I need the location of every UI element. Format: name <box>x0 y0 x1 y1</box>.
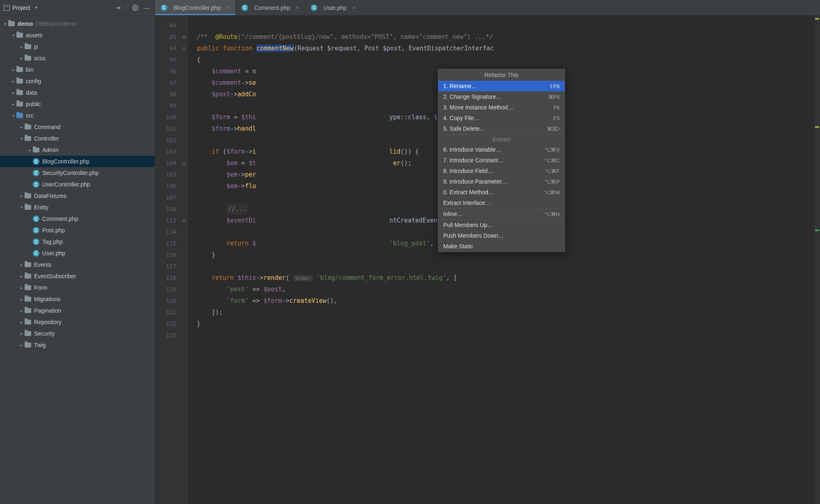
popup-item[interactable]: Push Members Down… <box>438 230 565 241</box>
chevron-right-icon[interactable]: ▸ <box>19 308 25 313</box>
fold-marker[interactable] <box>180 123 187 134</box>
collapse-icon[interactable]: ⇥ <box>113 3 122 12</box>
fold-marker[interactable] <box>180 238 187 249</box>
tree-row[interactable]: ▸Twig <box>0 339 155 351</box>
editor-tab[interactable]: CComment.php× <box>236 0 305 15</box>
chevron-down-icon[interactable]: ▾ <box>11 33 16 38</box>
chevron-right-icon[interactable]: ▸ <box>19 56 25 61</box>
tree-row[interactable]: ▸Admin <box>0 144 155 156</box>
close-icon[interactable]: × <box>352 5 355 11</box>
fold-marker[interactable] <box>180 261 187 272</box>
fold-marker[interactable] <box>180 111 187 123</box>
chevron-right-icon[interactable]: ▸ <box>11 90 16 95</box>
fold-marker[interactable] <box>180 318 187 329</box>
fold-marker[interactable] <box>180 169 187 180</box>
fold-marker[interactable] <box>180 249 187 261</box>
tree-row[interactable]: ▸Events <box>0 259 155 270</box>
popup-item[interactable]: Extract Interface… <box>438 198 565 208</box>
stripe-marker[interactable] <box>815 18 819 20</box>
chevron-right-icon[interactable]: ▸ <box>19 297 25 302</box>
chevron-right-icon[interactable]: ▸ <box>19 274 25 279</box>
stripe-marker[interactable] <box>815 126 819 128</box>
chevron-down-icon[interactable]: ▾ <box>19 205 25 210</box>
tree-row[interactable]: ▸CComment.php <box>0 213 155 225</box>
tree-row[interactable]: ▸Form <box>0 282 155 293</box>
fold-marker[interactable] <box>180 306 187 318</box>
chevron-down-icon[interactable]: ▾ <box>19 136 25 141</box>
tree-row[interactable]: ▸Security <box>0 328 155 339</box>
tree-row[interactable]: ▾src <box>0 110 155 121</box>
fold-marker[interactable] <box>180 272 187 284</box>
chevron-right-icon[interactable]: ▸ <box>11 67 16 73</box>
popup-item[interactable]: 9. Introduce Parameter…⌥⌘P <box>438 176 565 187</box>
popup-item[interactable]: Make Static <box>438 241 565 252</box>
popup-item[interactable]: 4. Copy File…F5 <box>438 113 565 123</box>
popup-item[interactable]: 8. Introduce Field…⌥⌘F <box>438 166 565 176</box>
chevron-right-icon[interactable]: ▸ <box>19 193 25 199</box>
hide-icon[interactable]: — <box>142 3 151 12</box>
tree-row[interactable]: ▸CUserController.php <box>0 179 155 190</box>
tree-row[interactable]: ▾assets <box>0 30 155 41</box>
tree-row[interactable]: ▸EventSubscriber <box>0 270 155 282</box>
popup-item[interactable]: 3. Move Instance Method…F6 <box>438 102 565 113</box>
fold-marker[interactable] <box>180 192 187 203</box>
gear-icon[interactable] <box>131 3 140 12</box>
popup-item[interactable]: 1. Rename…⇧F6 <box>438 81 565 91</box>
tree-row[interactable]: ▸bin <box>0 64 155 75</box>
tree-row[interactable]: ▸CSecurityController.php <box>0 167 155 179</box>
chevron-right-icon[interactable]: ▸ <box>19 44 25 50</box>
chevron-down-icon[interactable]: ▾ <box>11 113 16 118</box>
tree-row[interactable]: ▸Command <box>0 121 155 133</box>
chevron-right-icon[interactable]: ▸ <box>19 262 25 268</box>
chevron-right-icon[interactable]: ▸ <box>11 79 16 84</box>
fold-marker[interactable] <box>180 295 187 306</box>
popup-item[interactable]: 6. Introduce Variable…⌥⌘V <box>438 144 565 155</box>
chevron-right-icon[interactable]: ▸ <box>27 148 33 153</box>
tree-row[interactable]: ▸data <box>0 87 155 98</box>
fold-marker[interactable]: ⊞ <box>180 215 187 226</box>
editor-tab[interactable]: CUser.php× <box>305 0 362 15</box>
tree-row[interactable]: ▸DataFixtures <box>0 190 155 202</box>
tree-row[interactable]: ▸js <box>0 41 155 52</box>
tree-row[interactable]: ▾Controller <box>0 133 155 144</box>
popup-item[interactable]: 2. Change Signature…⌘F6 <box>438 91 565 102</box>
stripe-marker[interactable] <box>815 229 819 231</box>
fold-marker[interactable] <box>180 226 187 238</box>
fold-marker[interactable] <box>180 77 187 89</box>
fold-marker[interactable] <box>180 100 187 111</box>
close-icon[interactable]: × <box>296 5 299 11</box>
tree-row[interactable]: ▸scss <box>0 52 155 64</box>
chevron-down-icon[interactable]: ▾ <box>2 21 8 27</box>
fold-marker[interactable] <box>180 284 187 295</box>
tree-row[interactable]: ▸public <box>0 98 155 110</box>
fold-marker[interactable] <box>180 329 187 341</box>
editor-tab[interactable]: CBlogController.php× <box>155 0 236 15</box>
fold-marker[interactable] <box>180 54 187 66</box>
error-stripe[interactable] <box>814 16 820 504</box>
tree-row[interactable]: ▾demo/JetBrains/demo <box>0 18 155 30</box>
chevron-down-icon[interactable]: ▼ <box>34 5 39 10</box>
tree-row[interactable]: ▸CUser.php <box>0 247 155 259</box>
fold-marker[interactable] <box>180 146 187 157</box>
tree-row[interactable]: ▸CTag.php <box>0 236 155 247</box>
fold-marker[interactable]: ⊟ <box>180 43 187 54</box>
chevron-right-icon[interactable]: ▸ <box>19 320 25 325</box>
tree-row[interactable]: ▸Repository <box>0 316 155 328</box>
fold-marker[interactable] <box>180 203 187 215</box>
chevron-right-icon[interactable]: ▸ <box>19 343 25 348</box>
fold-marker[interactable] <box>180 66 187 77</box>
project-tree[interactable]: ▾demo/JetBrains/demo▾assets▸js▸scss▸bin▸… <box>0 16 155 504</box>
tree-row[interactable]: ▸Migrations <box>0 293 155 305</box>
chevron-right-icon[interactable]: ▸ <box>19 125 25 130</box>
popup-item[interactable]: 5. Safe Delete…⌘⌦ <box>438 123 565 134</box>
fold-marker[interactable] <box>180 134 187 146</box>
fold-strip[interactable]: ⊞⊟⊟⊞ <box>180 16 188 504</box>
close-icon[interactable]: × <box>226 5 230 11</box>
fold-marker[interactable] <box>180 180 187 192</box>
tree-row[interactable]: ▸CBlogController.php <box>0 156 155 167</box>
chevron-right-icon[interactable]: ▸ <box>19 285 25 291</box>
tree-row[interactable]: ▾Entity <box>0 202 155 213</box>
tree-row[interactable]: ▸Pagination <box>0 305 155 316</box>
fold-marker[interactable]: ⊟ <box>180 157 187 169</box>
chevron-right-icon[interactable]: ▸ <box>11 102 16 107</box>
